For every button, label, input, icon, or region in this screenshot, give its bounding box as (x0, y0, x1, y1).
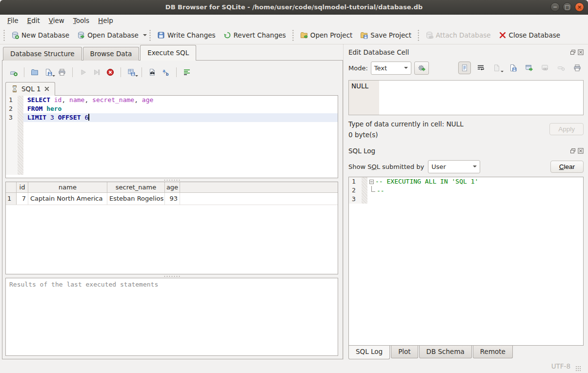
open-sql-file-icon[interactable] (28, 66, 41, 79)
stop-icon[interactable] (104, 66, 117, 79)
attach-database-button[interactable]: Attach Database (422, 29, 495, 41)
close-button[interactable]: × (575, 2, 584, 12)
execution-status-box[interactable]: Results of the last executed statements (5, 278, 338, 356)
float-dock-icon[interactable] (570, 49, 576, 55)
tab-database-structure[interactable]: Database Structure (3, 47, 82, 61)
execute-current-line-icon[interactable] (90, 66, 103, 79)
db-open-icon (77, 31, 85, 39)
find-icon[interactable] (146, 66, 159, 79)
splitter-handle[interactable] (5, 178, 338, 182)
menu-edit[interactable]: Edit (23, 16, 44, 25)
bottom-tab-remote[interactable]: Remote (473, 346, 513, 358)
print-cell-icon[interactable] (571, 62, 584, 74)
new-database-button[interactable]: New Database (7, 29, 73, 41)
submitted-by-select[interactable]: User (428, 160, 480, 173)
import-settings-button[interactable] (414, 62, 429, 75)
toolbar-handle[interactable] (3, 29, 5, 41)
save-project-button[interactable]: Save Project (356, 29, 415, 41)
save-sql-file-icon[interactable] (42, 66, 55, 79)
import-from-file-icon[interactable] (490, 62, 503, 74)
bottom-tab-db-schema[interactable]: DB Schema (419, 346, 472, 358)
column-header-name[interactable]: name (28, 182, 107, 192)
apply-button[interactable]: Apply (549, 123, 584, 135)
line-number: 1 (349, 177, 362, 186)
save-results-icon[interactable] (125, 66, 138, 79)
line-number: 1 (6, 96, 18, 104)
close-dock-icon[interactable] (578, 49, 584, 55)
execute-all-icon[interactable] (77, 66, 89, 79)
bottom-tab-sql-log[interactable]: SQL Log (348, 346, 390, 359)
open-project-button[interactable]: Open Project (296, 29, 357, 41)
table-cell[interactable]: Esteban Rogelios (107, 193, 165, 205)
results-table[interactable]: idnamesecret_nameage17Captain North Amer… (5, 182, 338, 274)
new-sql-tab-icon[interactable] (7, 66, 20, 79)
column-header-age[interactable]: age (165, 182, 180, 192)
word-wrap-icon[interactable] (474, 62, 487, 74)
sql-code-editor[interactable]: 1 SELECT id, name, secret_name, age 2 FR… (5, 95, 338, 178)
hourglass-icon (11, 85, 19, 93)
open-external-icon[interactable] (523, 62, 535, 74)
set-null-icon[interactable] (555, 62, 568, 74)
mode-select[interactable]: Text (371, 62, 411, 75)
resize-grip[interactable] (575, 366, 581, 372)
autocomplete-icon[interactable]: ab (160, 66, 172, 79)
submitted-by-value: User (431, 163, 466, 170)
menu-tools[interactable]: Tools (69, 16, 94, 25)
table-cell[interactable]: 93 (165, 193, 180, 205)
dropdown-arrow-icon[interactable] (143, 34, 147, 38)
column-header-id[interactable]: id (17, 182, 28, 192)
db-new-icon (11, 31, 19, 39)
close-database-button[interactable]: Close Database (495, 29, 564, 41)
db-attach-icon (426, 31, 433, 39)
sql-editor-toolbar: ab (5, 64, 338, 81)
log-line: 2 -- (349, 186, 583, 195)
table-cell[interactable]: Captain North America (28, 193, 107, 205)
fold-marker-icon[interactable] (369, 180, 374, 184)
menu-bar: FileEditViewToolsHelp (0, 15, 588, 26)
table-row[interactable]: 17Captain North AmericaEsteban Rogelios9… (6, 193, 338, 205)
menu-help[interactable]: Help (94, 16, 118, 25)
proj-save-icon (360, 31, 368, 39)
table-cell[interactable]: 7 (17, 193, 28, 205)
toolbar-handle[interactable] (417, 29, 420, 41)
chevron-down-icon (404, 67, 408, 71)
float-dock-icon[interactable] (570, 148, 576, 154)
clear-log-button[interactable]: Clear (550, 161, 584, 173)
close-red-icon (499, 31, 507, 39)
copy-link-icon[interactable] (539, 62, 551, 74)
mode-label: Mode: (348, 64, 368, 72)
export-to-file-icon[interactable] (507, 62, 519, 74)
minimize-button[interactable]: − (550, 2, 560, 12)
toolbar-handle[interactable] (149, 29, 151, 41)
table-header[interactable]: idnamesecret_nameage (6, 182, 338, 193)
sql-log-view[interactable]: 1 -- EXECUTING ALL IN 'SQL 1' 2 -- 3 (348, 177, 584, 346)
open-database-button[interactable]: Open Database (73, 29, 142, 41)
sql-doc-tab[interactable]: SQL 1 (5, 82, 55, 96)
format-sql-icon[interactable] (181, 66, 193, 79)
encoding-indicator[interactable]: UTF-8 (551, 362, 570, 370)
window-title: DB Browser for SQLite - /home/user/code/… (165, 3, 423, 11)
bottom-tab-bar: SQL LogPlotDB SchemaRemote (348, 346, 584, 359)
splitter-handle[interactable] (5, 274, 338, 278)
close-tab-icon[interactable] (44, 86, 50, 92)
show-sql-label: Show SQL submitted by (348, 163, 424, 170)
revert-changes-button[interactable]: Revert Changes (220, 29, 290, 41)
column-header-secret_name[interactable]: secret_name (107, 182, 165, 192)
menu-file[interactable]: File (3, 16, 23, 25)
tab-execute-sql[interactable]: Execute SQL (140, 45, 196, 61)
menu-view[interactable]: View (44, 16, 69, 25)
line-number: 2 (349, 186, 362, 195)
title-bar[interactable]: DB Browser for SQLite - /home/user/code/… (0, 0, 588, 15)
bottom-tab-plot[interactable]: Plot (391, 346, 418, 358)
cell-value-editor[interactable]: NULL (348, 80, 584, 115)
maximize-button[interactable]: □ (563, 2, 572, 12)
text-mode-icon[interactable] (458, 62, 471, 74)
toolbar-handle[interactable] (292, 29, 294, 41)
sql-log-title: SQL Log (348, 147, 570, 155)
print-icon[interactable] (56, 66, 68, 79)
tab-browse-data[interactable]: Browse Data (83, 47, 140, 61)
edit-cell-dock-title: Edit Database Cell (348, 47, 584, 58)
edit-cell-title: Edit Database Cell (348, 48, 570, 56)
close-dock-icon[interactable] (578, 148, 584, 154)
write-changes-button[interactable]: Write Changes (153, 29, 220, 41)
